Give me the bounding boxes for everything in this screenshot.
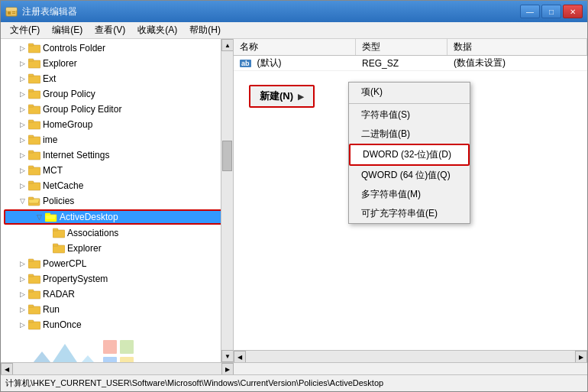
tree-content: ▷ Controls Folder ▷ Explorer ▷ — [1, 39, 233, 362]
submenu-item-qword[interactable]: QWORD (64 位)值(Q) — [349, 166, 470, 185]
expand-icon: ▷ — [16, 73, 28, 85]
tree-scrollbar[interactable]: ▲ ▼ — [221, 39, 233, 362]
svg-rect-42 — [28, 306, 40, 314]
scroll-track[interactable] — [221, 51, 233, 350]
expand-icon: ▽ — [33, 211, 45, 223]
svg-rect-3 — [12, 11, 15, 12]
svg-rect-12 — [28, 91, 40, 99]
svg-rect-44 — [28, 322, 40, 329]
submenu-divider — [349, 103, 470, 104]
svg-rect-28 — [28, 197, 34, 199]
svg-rect-8 — [28, 60, 40, 68]
tree-hscroll-right[interactable]: ▶ — [221, 363, 234, 375]
tree-item-runonce[interactable]: ▷ RunOnce — [1, 317, 233, 332]
table-row[interactable]: ab (默认) REG_SZ (数值未设置) — [234, 56, 587, 71]
tree-item-powercpl[interactable]: ▷ PowerCPL — [1, 256, 233, 271]
hscroll-track[interactable] — [246, 351, 575, 362]
hscroll-right-button[interactable]: ▶ — [575, 351, 587, 362]
tree-item-homegroup[interactable]: ▷ HomeGroup — [1, 117, 233, 132]
tree-label: RunOnce — [43, 319, 82, 330]
svg-rect-21 — [28, 151, 34, 153]
tree-item-run[interactable]: ▷ Run — [1, 302, 233, 317]
tree-item-ext[interactable]: ▷ Ext — [1, 71, 233, 86]
tree-item-activedesktop[interactable]: ▽ ActiveDesktop — [4, 209, 230, 225]
folder-icon-open — [28, 196, 40, 206]
tree-hscroll-track[interactable] — [13, 363, 221, 374]
scroll-up-button[interactable]: ▲ — [221, 39, 234, 51]
tree-label: Explorer — [67, 243, 102, 254]
submenu-item-string[interactable]: 字符串值(S) — [349, 105, 470, 125]
menu-help[interactable]: 帮助(H) — [183, 22, 227, 38]
svg-rect-2 — [8, 11, 11, 15]
svg-rect-15 — [28, 105, 34, 107]
tree-item-controls-folder[interactable]: ▷ Controls Folder — [1, 40, 233, 56]
submenu-item-dword[interactable]: DWORD (32-位)值(D) — [349, 144, 470, 166]
tree-item-netcache[interactable]: ▷ NetCache — [1, 178, 233, 193]
tree-label: PropertySystem — [43, 274, 108, 284]
svg-rect-10 — [28, 76, 40, 83]
new-button-label: 新建(N) — [260, 89, 293, 103]
folder-icon — [28, 150, 40, 160]
menu-favorites[interactable]: 收藏夹(A) — [131, 22, 183, 38]
tree-item-radar[interactable]: ▷ RADAR — [1, 287, 233, 302]
svg-rect-1 — [6, 8, 17, 11]
svg-rect-52 — [103, 357, 117, 362]
new-button[interactable]: 新建(N) ▶ — [249, 85, 315, 108]
menu-view[interactable]: 查看(V) — [89, 22, 131, 38]
tree-item-mct[interactable]: ▷ MCT — [1, 163, 233, 178]
menu-edit[interactable]: 编辑(E) — [46, 22, 89, 38]
svg-rect-39 — [28, 274, 34, 277]
svg-rect-41 — [28, 290, 34, 292]
tree-item-propertysystem[interactable]: ▷ PropertySystem — [1, 271, 233, 287]
submenu-item-binary[interactable]: 二进制值(B) — [349, 125, 470, 144]
main-content: ▷ Controls Folder ▷ Explorer ▷ — [1, 39, 587, 362]
tree-item-explorer-policies[interactable]: Explorer — [1, 241, 233, 256]
close-button[interactable]: ✕ — [563, 5, 583, 18]
right-panel: 名称 类型 数据 ab (默认) REG_SZ (数值未设置) 新建(N) ▶ — [234, 39, 587, 362]
svg-rect-51 — [120, 340, 134, 354]
tree-item-associations[interactable]: Associations — [1, 225, 233, 241]
expand-icon: ▷ — [16, 57, 28, 70]
scroll-down-button[interactable]: ▼ — [221, 350, 234, 362]
tree-label: MCT — [43, 165, 63, 176]
menu-file[interactable]: 文件(F) — [4, 22, 46, 38]
maximize-button[interactable]: □ — [541, 5, 561, 18]
titlebar-icon — [5, 5, 18, 18]
col-header-type: 类型 — [356, 39, 447, 55]
svg-rect-16 — [28, 121, 40, 129]
tree-panel: ▷ Controls Folder ▷ Explorer ▷ — [1, 39, 234, 362]
tree-item-grouppolicyeditor[interactable]: ▷ Group Policy Editor — [1, 102, 233, 117]
tree-hscroll-left[interactable]: ◀ — [1, 363, 13, 375]
right-hscrollbar[interactable]: ◀ ▶ — [234, 350, 587, 362]
svg-rect-37 — [28, 259, 34, 261]
svg-rect-19 — [28, 135, 34, 138]
expand-icon: ▷ — [16, 118, 28, 131]
svg-rect-34 — [53, 245, 65, 253]
svg-rect-33 — [53, 228, 58, 231]
tree-item-explorer[interactable]: ▷ Explorer — [1, 56, 233, 71]
tree-item-ime[interactable]: ▷ ime — [1, 132, 233, 147]
tree-label: Group Policy — [43, 89, 95, 99]
hscroll-left-button[interactable]: ◀ — [234, 351, 246, 362]
folder-icon — [28, 304, 40, 315]
svg-rect-14 — [28, 106, 40, 114]
submenu-item-expandstring[interactable]: 可扩充字符串值(E) — [349, 204, 470, 223]
tree-item-grouppolicy[interactable]: ▷ Group Policy — [1, 86, 233, 102]
expand-icon: ▷ — [16, 273, 28, 285]
svg-rect-40 — [28, 291, 40, 299]
folder-icon — [28, 73, 40, 84]
scroll-thumb[interactable] — [222, 141, 232, 171]
submenu-item-multistring[interactable]: 多字符串值(M) — [349, 185, 470, 204]
tree-label: RADAR — [43, 289, 75, 300]
expand-icon — [40, 227, 53, 239]
tree-label: Explorer — [43, 58, 77, 69]
submenu-item-key[interactable]: 项(K) — [349, 83, 470, 102]
folder-icon — [28, 180, 40, 191]
tree-item-policies[interactable]: ▽ Policies — [1, 193, 233, 209]
tree-item-internetsettings[interactable]: ▷ Internet Settings — [1, 147, 233, 163]
tree-hscrollbar[interactable]: ◀ ▶ — [1, 363, 234, 374]
minimize-button[interactable]: — — [520, 5, 540, 18]
titlebar: 注册表编辑器 — □ ✕ — [1, 1, 587, 22]
col-header-data: 数据 — [447, 39, 587, 55]
cell-type: REG_SZ — [356, 57, 447, 70]
